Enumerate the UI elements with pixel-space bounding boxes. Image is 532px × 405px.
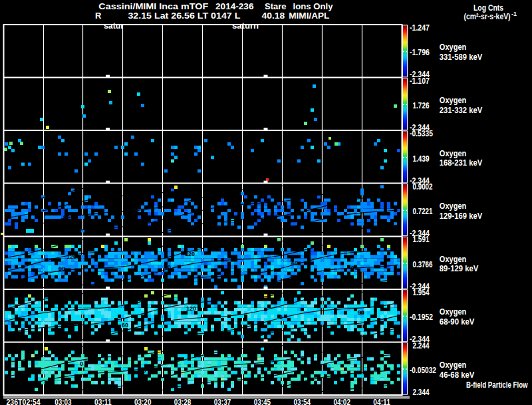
svg-text:03:28: 03:28	[174, 398, 192, 405]
svg-text:90: 90	[351, 265, 358, 271]
svg-text:-0.05032: -0.05032	[410, 366, 436, 375]
svg-text:0.3766: 0.3766	[413, 260, 433, 269]
svg-text:Oxygen: Oxygen	[440, 360, 467, 370]
svg-text:32.15 Lat 26.56 LT 0147 L: 32.15 Lat 26.56 LT 0147 L	[128, 11, 240, 21]
svg-text:331-589 keV: 331-589 keV	[440, 53, 482, 62]
svg-text:60: 60	[291, 260, 298, 267]
svg-text:03:37: 03:37	[214, 398, 231, 405]
svg-text:40.18: 40.18	[262, 11, 285, 21]
svg-text:04:02: 04:02	[333, 398, 350, 405]
svg-text:Oxygen: Oxygen	[440, 202, 467, 211]
svg-text:03:45: 03:45	[254, 398, 271, 405]
svg-text:60: 60	[133, 206, 140, 213]
svg-text:Oxygen: Oxygen	[440, 307, 467, 317]
svg-text:46-68 keV: 46-68 keV	[440, 370, 475, 380]
svg-text:0.9002: 0.9002	[413, 182, 433, 192]
svg-text:120: 120	[66, 321, 76, 327]
svg-text:68-90 keV: 68-90 keV	[440, 317, 475, 327]
svg-text:1.954: 1.954	[413, 288, 430, 297]
svg-text:B-field Particle Flow: B-field Particle Flow	[466, 380, 528, 390]
svg-text:(cm²-sr-s-keV): (cm²-sr-s-keV)	[464, 12, 511, 21]
svg-text:90: 90	[59, 265, 65, 272]
svg-text:89-129 keV: 89-129 keV	[440, 264, 479, 273]
svg-text:-0.5335: -0.5335	[410, 129, 433, 138]
svg-text:120: 120	[185, 251, 195, 257]
svg-text:04:11: 04:11	[373, 398, 390, 405]
svg-text:236T02:54: 236T02:54	[7, 398, 41, 405]
svg-text:-1: -1	[511, 11, 517, 17]
svg-text:120: 120	[66, 253, 76, 260]
svg-text:satur: satur	[104, 21, 124, 31]
svg-text:90: 90	[358, 309, 364, 316]
svg-text:60: 60	[164, 264, 171, 271]
svg-text:03:03: 03:03	[55, 398, 72, 405]
svg-text:saturn: saturn	[232, 21, 259, 31]
svg-text:0.7221: 0.7221	[413, 207, 433, 216]
svg-text:Oxygen: Oxygen	[440, 255, 467, 264]
svg-text:168-231 keV: 168-231 keV	[440, 158, 482, 168]
svg-text:Log Cnts: Log Cnts	[473, 3, 503, 13]
svg-text:0: 0	[279, 314, 283, 321]
svg-text:-1.107: -1.107	[410, 76, 430, 86]
svg-text:60: 60	[140, 367, 146, 374]
svg-text:MIMI/APL: MIMI/APL	[289, 11, 329, 21]
svg-text:1.591: 1.591	[413, 235, 430, 244]
svg-text:129-169 keV: 129-169 keV	[440, 211, 482, 221]
svg-text:0: 0	[80, 360, 83, 367]
svg-text:Oxygen: Oxygen	[440, 149, 467, 158]
svg-text:1.439: 1.439	[413, 154, 430, 164]
svg-text:-1.247: -1.247	[410, 23, 430, 33]
svg-text:Oxygen: Oxygen	[440, 43, 467, 52]
svg-text:60: 60	[122, 322, 128, 329]
svg-text:2.244: 2.244	[413, 341, 430, 350]
svg-text:03:11: 03:11	[94, 398, 112, 405]
svg-text:231-332 keV: 231-332 keV	[440, 106, 482, 115]
svg-text:Oxygen: Oxygen	[440, 96, 467, 105]
svg-text:03:54: 03:54	[294, 398, 311, 405]
svg-text:R: R	[95, 11, 102, 21]
svg-text:03:20: 03:20	[134, 398, 152, 405]
svg-text:2.344: 2.344	[413, 388, 430, 397]
svg-text:-0.1952: -0.1952	[410, 313, 433, 322]
svg-text:90: 90	[63, 214, 70, 221]
svg-text:-1.796: -1.796	[410, 48, 430, 57]
svg-text:120: 120	[186, 305, 196, 312]
svg-text:1.726: 1.726	[413, 101, 430, 110]
